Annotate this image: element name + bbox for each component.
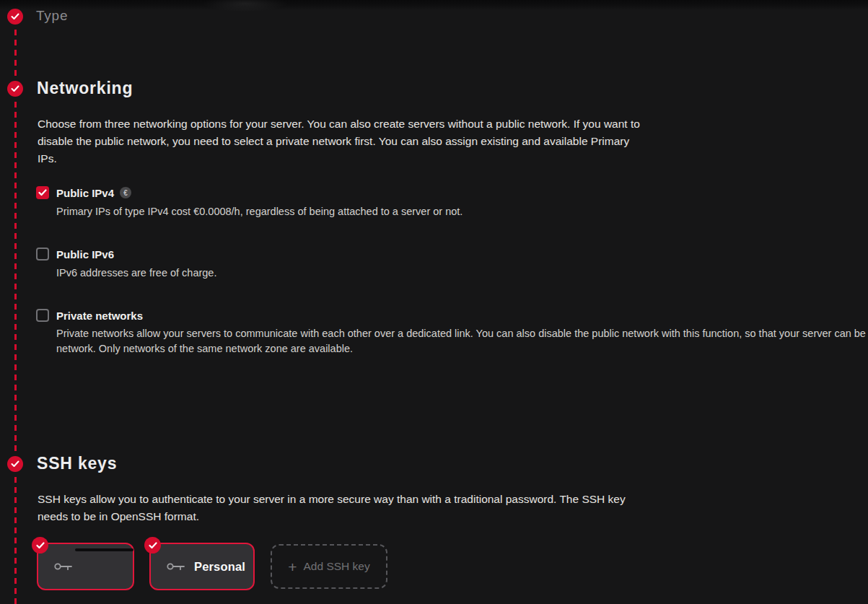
ssh-key-icon [166,561,186,572]
top-edge-shadow [0,0,868,10]
plus-icon: + [288,559,297,574]
private-networks-row: Private networks [56,309,143,322]
public-ipv6-label: Public IPv6 [56,248,114,261]
top-glow-artifact [202,0,289,12]
step-ssh-check-icon [7,456,23,472]
public-ipv4-description: Primary IPs of type IPv4 cost €0.0008/h,… [56,204,463,219]
server-create-page: { "page": { "background": "#161617", "ac… [0,0,868,604]
private-networks-description-line1: Private networks allow your servers to c… [56,326,866,341]
public-ipv6-checkbox[interactable] [36,248,49,261]
ssh-key-card-1[interactable] [37,543,134,590]
private-networks-checkbox[interactable] [36,309,49,322]
public-ipv4-label: Public IPv4 [56,187,114,199]
ssh-description: SSH keys allow you to authenticate to yo… [38,491,651,525]
networking-description: Choose from three networking options for… [38,115,651,167]
private-networks-label: Private networks [56,310,143,322]
section-title-ssh-keys: SSH keys [37,454,117,473]
public-ipv4-row: Public IPv4 € [56,186,131,199]
selected-check-icon [32,537,48,553]
redacted-key-name [75,548,133,551]
step-type-check-icon [7,9,23,25]
euro-cost-icon: € [120,187,131,198]
public-ipv6-description: IPv6 addresses are free of charge. [56,266,216,281]
step-networking-check-icon [7,81,23,97]
public-ipv6-row: Public IPv6 [56,248,114,261]
public-ipv4-checkbox[interactable] [36,186,49,199]
stepper-connector [14,30,17,76]
selected-check-icon [144,537,161,553]
add-ssh-key-button[interactable]: + Add SSH key [271,544,387,589]
private-networks-description-line2: network. Only networks of the same netwo… [56,341,353,356]
section-title-networking: Networking [37,79,133,98]
ssh-key-icon [53,561,74,572]
ssh-key-card-2[interactable]: Personal [149,543,255,590]
stepper-connector [14,102,17,451]
ssh-key-name: Personal [194,560,245,574]
section-title-type[interactable]: Type [36,8,68,24]
add-ssh-key-label: Add SSH key [304,560,370,573]
stepper-connector [14,477,17,604]
